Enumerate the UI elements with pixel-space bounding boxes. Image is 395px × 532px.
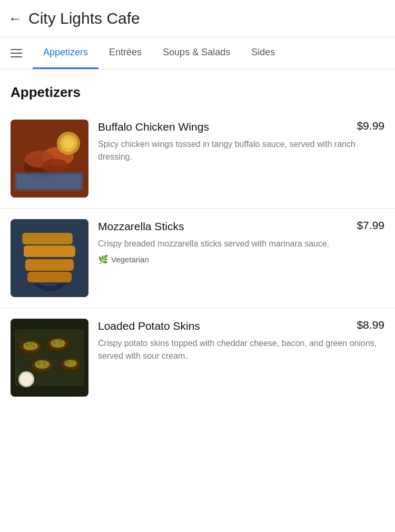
menu-item-mozzarella-sticks[interactable]: Mozzarella Sticks $7.99 Crispy breaded m… bbox=[0, 209, 395, 308]
item-image-mozzarella-sticks bbox=[11, 219, 88, 297]
item-info-buffalo-wings: Buffalo Chicken Wings $9.99 Spicy chicke… bbox=[98, 120, 384, 168]
item-name-buffalo-wings: Buffalo Chicken Wings bbox=[98, 120, 352, 134]
svg-point-4 bbox=[42, 159, 68, 173]
item-header-loaded-potato-skins: Loaded Potato Skins $8.99 bbox=[98, 319, 384, 333]
item-desc-buffalo-wings: Spicy chicken wings tossed in tangy buff… bbox=[98, 138, 384, 163]
svg-point-7 bbox=[63, 138, 74, 149]
item-header-mozzarella-sticks: Mozzarella Sticks $7.99 bbox=[98, 219, 384, 233]
svg-point-26 bbox=[31, 343, 33, 346]
item-price-buffalo-wings: $9.99 bbox=[357, 120, 384, 132]
tab-soups-salads[interactable]: Soups & Salads bbox=[152, 37, 241, 69]
item-price-mozzarella-sticks: $7.99 bbox=[357, 219, 384, 232]
svg-point-24 bbox=[23, 342, 38, 350]
svg-point-27 bbox=[33, 345, 35, 347]
header: ← City Lights Cafe bbox=[0, 0, 395, 37]
item-desc-mozzarella-sticks: Crispy breaded mozzarella sticks served … bbox=[98, 238, 384, 250]
item-name-mozzarella-sticks: Mozzarella Sticks bbox=[98, 219, 352, 233]
section-title: Appetizers bbox=[0, 70, 395, 109]
page-title: City Lights Cafe bbox=[28, 9, 140, 27]
menu-item-loaded-potato-skins[interactable]: Loaded Potato Skins $8.99 Crispy potato … bbox=[0, 308, 395, 407]
item-image-buffalo-wings bbox=[11, 120, 88, 198]
svg-rect-17 bbox=[25, 259, 74, 271]
item-price-loaded-potato-skins: $8.99 bbox=[357, 319, 384, 331]
svg-point-31 bbox=[53, 341, 56, 344]
svg-point-39 bbox=[44, 364, 46, 367]
item-desc-loaded-potato-skins: Crispy potato skins topped with cheddar … bbox=[98, 337, 384, 362]
menu-item-buffalo-wings[interactable]: Buffalo Chicken Wings $9.99 Spicy chicke… bbox=[0, 109, 395, 209]
svg-point-30 bbox=[51, 339, 65, 348]
menu-icon[interactable] bbox=[8, 40, 33, 67]
back-arrow-icon: ← bbox=[8, 12, 22, 25]
menu-items-list: Buffalo Chicken Wings $9.99 Spicy chicke… bbox=[0, 109, 395, 407]
tab-sides[interactable]: Sides bbox=[241, 37, 285, 69]
svg-point-33 bbox=[61, 343, 63, 345]
item-name-loaded-potato-skins: Loaded Potato Skins bbox=[98, 319, 352, 333]
item-image-loaded-potato-skins bbox=[11, 319, 88, 397]
vegetarian-label: Vegetarian bbox=[111, 255, 149, 264]
svg-point-38 bbox=[43, 361, 46, 364]
leaf-icon: 🌿 bbox=[98, 254, 108, 264]
svg-point-37 bbox=[37, 362, 41, 365]
svg-point-25 bbox=[26, 343, 29, 347]
svg-point-43 bbox=[66, 361, 69, 364]
item-info-loaded-potato-skins: Loaded Potato Skins $8.99 Crispy potato … bbox=[98, 319, 384, 367]
svg-point-46 bbox=[20, 373, 33, 386]
item-header-buffalo-wings: Buffalo Chicken Wings $9.99 bbox=[98, 120, 384, 134]
back-button[interactable]: ← bbox=[8, 9, 28, 27]
svg-rect-9 bbox=[17, 174, 81, 189]
item-info-mozzarella-sticks: Mozzarella Sticks $7.99 Crispy breaded m… bbox=[98, 219, 384, 264]
svg-rect-18 bbox=[27, 272, 72, 282]
tab-entrees[interactable]: Entrées bbox=[98, 37, 152, 69]
svg-point-36 bbox=[35, 360, 50, 369]
vegetarian-badge: 🌿 Vegetarian bbox=[98, 254, 149, 264]
svg-rect-15 bbox=[24, 245, 75, 257]
svg-point-44 bbox=[71, 360, 73, 362]
tab-bar: Appetizers Entrées Soups & Salads Sides bbox=[0, 37, 395, 70]
tab-appetizers[interactable]: Appetizers bbox=[33, 37, 98, 69]
svg-point-42 bbox=[64, 360, 77, 367]
svg-point-32 bbox=[59, 340, 62, 343]
svg-rect-19 bbox=[22, 233, 73, 244]
